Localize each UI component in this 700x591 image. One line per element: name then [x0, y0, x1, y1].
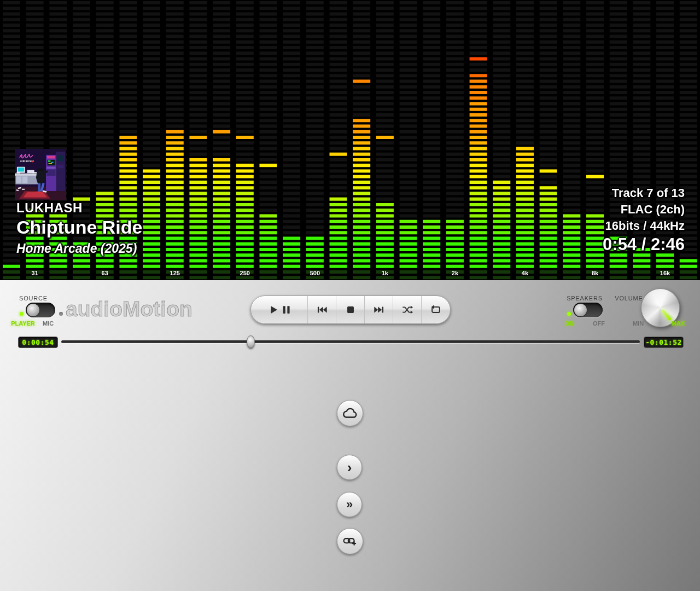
- source-label: SOURCE: [19, 295, 48, 302]
- add-url-to-queue-button[interactable]: [337, 528, 363, 554]
- progress-slider-knob[interactable]: [247, 335, 255, 348]
- remaining-time-display: -0:01:52: [644, 337, 684, 348]
- track-artist: LUKHASH: [16, 200, 142, 216]
- freq-label: 500: [310, 270, 320, 276]
- play-icon: [267, 304, 279, 316]
- add-link-icon: [343, 536, 357, 546]
- app-logo: audioMotion: [66, 297, 192, 321]
- freq-label: 16k: [660, 270, 670, 276]
- codec-info-overlay: Track 7 of 13 FLAC (2ch) 16bits / 44kHz …: [603, 185, 685, 255]
- cloud-icon: [342, 407, 358, 419]
- freq-label: 250: [240, 270, 250, 276]
- chevron-right-icon: ›: [347, 460, 352, 474]
- speakers-toggle-knob: [574, 304, 587, 316]
- pause-icon: [282, 304, 291, 316]
- repeat-icon: [429, 304, 442, 316]
- track-format: FLAC (2ch): [603, 201, 685, 218]
- volume-max-label: MAX: [672, 320, 685, 327]
- double-chevron-right-icon: »: [346, 499, 353, 511]
- freq-label: 1k: [382, 270, 388, 276]
- repeat-button[interactable]: [421, 296, 450, 323]
- next-icon: [372, 304, 386, 316]
- track-quality: 16bits / 44kHz: [603, 218, 685, 234]
- track-title: Chiptune Ride: [16, 217, 142, 238]
- player-deck: SOURCE PLAYER MIC audioMotion SPEAKERS O…: [0, 280, 700, 591]
- source-mic-led: [59, 312, 63, 316]
- stop-icon: [345, 304, 357, 316]
- track-album: Home Arcade (2025): [16, 241, 142, 256]
- freq-label: 31: [32, 270, 38, 276]
- transport-bar: [250, 296, 451, 324]
- spectrum-analyzer: 31631252505001k2k4k8k16k LUKHASH Chiptun…: [0, 0, 700, 280]
- track-time: 0:54 / 2:46: [603, 234, 685, 255]
- previous-button[interactable]: [307, 296, 336, 323]
- freq-label: 125: [170, 270, 180, 276]
- source-toggle[interactable]: [26, 303, 55, 317]
- load-from-url-button[interactable]: [337, 400, 363, 426]
- previous-icon: [316, 304, 329, 316]
- progress-slider[interactable]: [61, 340, 640, 343]
- source-toggle-knob: [27, 304, 39, 316]
- elapsed-time-display: 0:00:54: [18, 337, 58, 348]
- freq-label: 8k: [592, 270, 598, 276]
- volume-knob-indicator: [661, 309, 672, 321]
- speakers-label: SPEAKERS: [567, 295, 603, 302]
- freq-label: 4k: [522, 270, 528, 276]
- speakers-toggle[interactable]: [573, 303, 603, 317]
- track-info-overlay: LUKHASH Chiptune Ride Home Arcade (2025): [16, 200, 142, 256]
- next-button[interactable]: [364, 296, 393, 323]
- source-player-led: [20, 312, 24, 316]
- track-position: Track 7 of 13: [603, 185, 685, 201]
- freq-label: 2k: [452, 270, 458, 276]
- add-all-button[interactable]: »: [337, 492, 362, 517]
- speakers-on-led: [567, 312, 571, 316]
- shuffle-button[interactable]: [393, 296, 421, 323]
- play-pause-button[interactable]: [251, 296, 307, 323]
- volume-min-label: MIN: [633, 320, 644, 327]
- add-selected-button[interactable]: ›: [337, 455, 362, 480]
- shuffle-icon: [401, 304, 414, 316]
- source-option-mic: MIC: [43, 320, 54, 327]
- speakers-option-on: ON: [565, 320, 574, 327]
- source-option-player: PLAYER: [11, 320, 35, 327]
- album-art-thumbnail: [15, 149, 66, 200]
- stop-button[interactable]: [336, 296, 364, 323]
- speakers-option-off: OFF: [593, 320, 605, 327]
- freq-label: 63: [102, 270, 108, 276]
